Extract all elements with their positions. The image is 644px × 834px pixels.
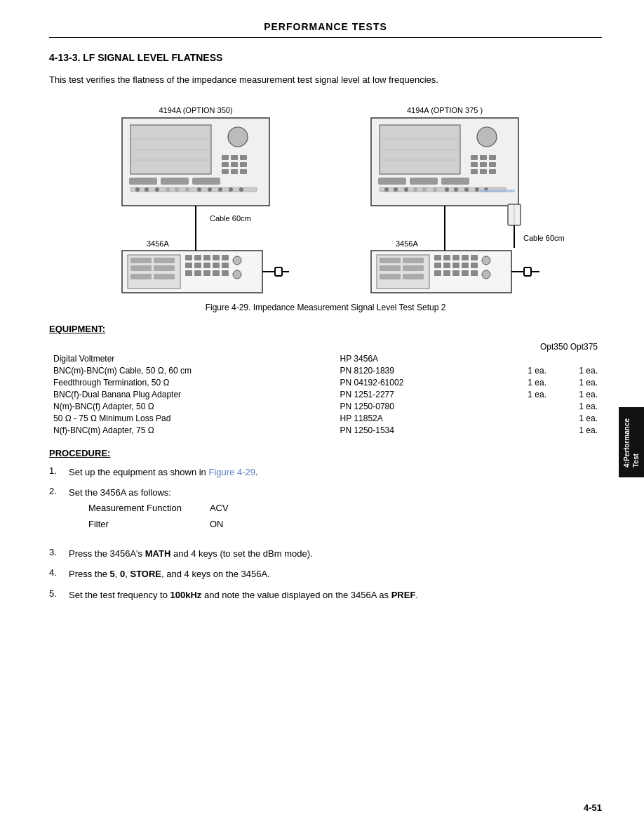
eq-item-pn: PN 8120-1839 <box>336 365 499 377</box>
svg-rect-105 <box>471 255 478 260</box>
svg-rect-110 <box>471 263 478 268</box>
proc-step-num: 4. <box>49 567 63 581</box>
svg-rect-101 <box>434 255 441 260</box>
eq-item-pn: HP 3456A <box>336 353 499 365</box>
svg-point-28 <box>229 187 233 192</box>
svg-rect-12 <box>222 169 229 174</box>
proc-step: 4. Press the 5, 0, STORE, and 4 keys on … <box>49 567 602 581</box>
equipment-section: EQUIPMENT: Opt350 Opt375 Digital Voltmet… <box>49 324 602 437</box>
svg-rect-39 <box>185 255 192 260</box>
svg-point-19 <box>135 187 140 192</box>
eq-item-opt350: 1 ea. <box>499 389 551 401</box>
svg-rect-111 <box>434 270 441 276</box>
eq-item-name: N(f)-BNC(m) Adapter, 75 Ω <box>49 425 336 437</box>
svg-rect-89 <box>480 190 515 192</box>
svg-rect-74 <box>378 178 406 185</box>
procedure-section: PROCEDURE: 1. Set up the equipment as sh… <box>49 448 602 602</box>
eq-item-name: N(m)-BNC(f) Adapter, 50 Ω <box>49 401 336 413</box>
svg-rect-97 <box>380 265 401 271</box>
proc-step: 3. Press the 3456A's MATH and 4 keys (to… <box>49 547 602 561</box>
svg-rect-57 <box>275 267 282 276</box>
svg-rect-52 <box>213 270 220 276</box>
equipment-row: Digital Voltmeter HP 3456A <box>49 353 602 365</box>
svg-rect-68 <box>471 162 478 167</box>
svg-rect-15 <box>129 178 157 185</box>
proc-step-text: Set the 3456A as follows:Measurement Fun… <box>69 486 602 540</box>
page-number: 4-51 <box>584 802 602 813</box>
opt-header: Opt350 Opt375 <box>499 341 602 353</box>
svg-rect-66 <box>480 155 487 160</box>
eq-item-opt375: 1 ea. <box>551 425 602 437</box>
svg-rect-76 <box>441 178 469 185</box>
svg-point-80 <box>404 187 408 192</box>
right-label: 4194A (OPTION 375 ) <box>407 106 483 114</box>
header-title: PERFORMANCE TESTS <box>264 21 387 32</box>
svg-point-116 <box>482 256 490 265</box>
svg-point-22 <box>166 187 170 192</box>
equipment-row: BNC(m)-BNC(m) Cable, 50 Ω, 60 cm PN 8120… <box>49 365 602 377</box>
proc-step-num: 2. <box>49 486 63 540</box>
equipment-row: N(m)-BNC(f) Adapter, 50 Ω PN 1250-0780 1… <box>49 401 602 413</box>
eq-item-name: BNC(m)-BNC(m) Cable, 50 Ω, 60 cm <box>49 365 336 377</box>
eq-item-name: 50 Ω - 75 Ω Minimum Loss Pad <box>49 413 336 425</box>
svg-rect-71 <box>471 169 478 174</box>
svg-rect-100 <box>403 274 424 279</box>
svg-rect-13 <box>231 169 238 174</box>
figure-caption: Figure 4-29. Impedance Measurement Signa… <box>206 303 446 312</box>
svg-rect-34 <box>154 258 175 263</box>
svg-point-24 <box>185 187 189 192</box>
right-3456a-label: 3456A <box>396 239 418 248</box>
proc-step-text: Press the 3456A's MATH and 4 keys (to se… <box>69 547 602 561</box>
proc-step-text: Press the 5, 0, STORE, and 4 keys on the… <box>69 567 602 581</box>
procedure-title: PROCEDURE: <box>49 448 602 458</box>
eq-item-name: Feedthrough Termination, 50 Ω <box>49 377 336 389</box>
svg-point-117 <box>482 270 490 279</box>
svg-rect-41 <box>203 255 210 260</box>
equipment-table: Opt350 Opt375 Digital Voltmeter HP 3456A… <box>49 341 602 437</box>
figure-link[interactable]: Figure 4-29 <box>208 467 255 477</box>
svg-rect-43 <box>222 255 229 260</box>
svg-rect-10 <box>231 162 238 167</box>
svg-rect-7 <box>231 155 238 160</box>
svg-rect-8 <box>240 155 247 160</box>
eq-item-opt350 <box>499 353 551 365</box>
svg-rect-18 <box>130 187 257 192</box>
intro-text: This test verifies the flatness of the i… <box>49 73 602 88</box>
svg-point-5 <box>228 127 248 147</box>
equipment-row: BNC(f)-Dual Banana Plug Adapter PN 1251-… <box>49 389 602 401</box>
procedure-steps: 1. Set up the equipment as shown in Figu… <box>49 465 602 602</box>
svg-point-20 <box>145 187 149 192</box>
section-number: 4-13-3. <box>49 52 80 63</box>
figure-container: 4194A (OPTION 350) <box>49 100 602 312</box>
equipment-title: EQUIPMENT: <box>49 324 602 334</box>
svg-rect-65 <box>471 155 478 160</box>
eq-item-name: BNC(f)-Dual Banana Plug Adapter <box>49 389 336 401</box>
svg-rect-113 <box>452 270 459 276</box>
svg-point-21 <box>155 187 159 192</box>
proc-step-num: 3. <box>49 547 63 561</box>
equipment-row: N(f)-BNC(m) Adapter, 75 Ω PN 1250-1534 1… <box>49 425 602 437</box>
eq-item-opt350 <box>499 401 551 413</box>
svg-rect-67 <box>489 155 496 160</box>
equipment-title-text: EQUIPMENT: <box>49 324 105 334</box>
svg-point-55 <box>233 270 241 279</box>
svg-point-81 <box>413 187 417 192</box>
proc-step: 5. Set the test frequency to 100kHz and … <box>49 588 602 602</box>
eq-item-pn: PN 1250-1534 <box>336 425 499 437</box>
svg-rect-115 <box>471 270 478 276</box>
svg-rect-40 <box>194 255 201 260</box>
svg-point-27 <box>218 187 222 192</box>
svg-rect-53 <box>222 270 229 276</box>
svg-rect-69 <box>480 162 487 167</box>
svg-rect-6 <box>222 155 229 160</box>
svg-point-29 <box>239 187 243 192</box>
svg-rect-35 <box>130 265 152 271</box>
svg-point-83 <box>433 187 437 192</box>
svg-rect-114 <box>462 270 469 276</box>
svg-rect-98 <box>403 265 424 271</box>
right-cable-label: Cable 60cm <box>523 234 564 242</box>
svg-rect-37 <box>130 274 152 279</box>
eq-item-opt375: 1 ea. <box>551 365 602 377</box>
eq-item-opt375: 1 ea. <box>551 377 602 389</box>
equipment-row: Feedthrough Termination, 50 Ω PN 04192-6… <box>49 377 602 389</box>
